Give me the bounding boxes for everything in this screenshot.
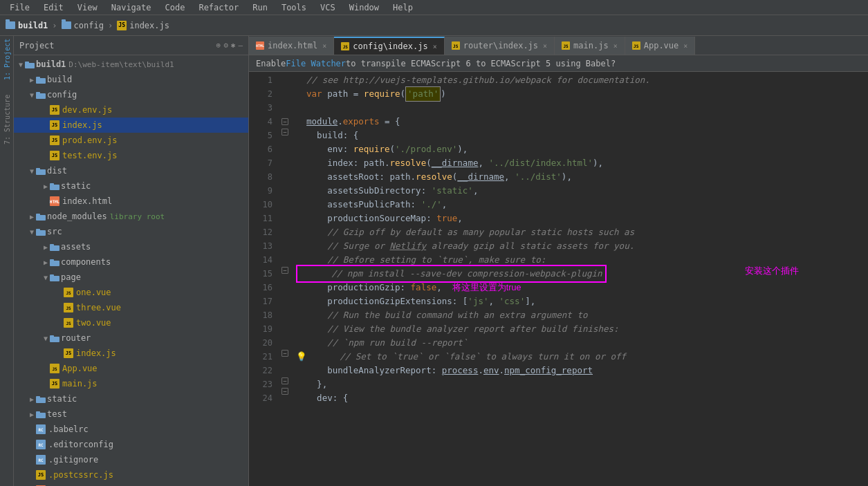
tree-item-two-vue[interactable]: JS two.vue: [14, 315, 248, 330]
tree-item-node-modules[interactable]: ▶ node_modules library root: [14, 209, 248, 224]
menu-tools[interactable]: Tools: [276, 1, 312, 14]
code-area[interactable]: // see http://vuejs-templates.github.io/…: [290, 72, 868, 486]
process-ref: process: [442, 364, 479, 377]
svg-rect-14: [50, 245, 59, 251]
tree-item-dist[interactable]: ▼ dist: [14, 163, 248, 178]
tree-item-postcssrc[interactable]: JS .postcssrc.js: [14, 467, 248, 483]
toolbar-config-label: config: [74, 21, 104, 30]
ln-19: 19: [252, 322, 277, 336]
structure-strip-label[interactable]: 7: Structure: [1, 95, 12, 144]
tree-item-static-dist[interactable]: ▶ static: [14, 178, 248, 194]
tree-item-index-js[interactable]: JS index.js: [14, 118, 248, 133]
tree-item-app-vue[interactable]: JS App.vue: [14, 361, 248, 376]
menu-view[interactable]: View: [72, 1, 103, 14]
fold-marker-15[interactable]: −: [281, 267, 288, 274]
menu-run[interactable]: Run: [247, 1, 273, 14]
svg-rect-12: [36, 230, 46, 236]
project-icon-cog[interactable]: ✱: [231, 41, 236, 50]
project-icon-sync[interactable]: ⊕: [216, 41, 221, 50]
fold-marker-24[interactable]: −: [281, 388, 288, 395]
project-strip-label[interactable]: 1: Project: [1, 39, 12, 80]
tab-router-index-js[interactable]: JS router\index.js ×: [445, 37, 555, 55]
code-line-11: productionSourceMap: true,: [290, 212, 868, 225]
toolbar-separator2: ›: [108, 21, 113, 30]
plain-2b: (: [400, 87, 406, 101]
tab-close-main-js[interactable]: ×: [613, 42, 618, 50]
fold-gutter: − − − − − −: [279, 72, 290, 486]
tree-item-build1[interactable]: ▼ build1 D:\web-item\text\build1: [14, 57, 248, 72]
tree-item-dev-env[interactable]: JS dev.env.js: [14, 102, 248, 118]
code-line-13: // Surge or Netlify already gzip all sta…: [290, 239, 868, 253]
tree-label-router-index: index.js: [76, 348, 116, 358]
key-assetsroot: assetsRoot: [327, 170, 379, 184]
tree-item-page[interactable]: ▼ page: [14, 270, 248, 285]
tab-app-vue[interactable]: JS App.vue ×: [625, 37, 696, 55]
menu-edit[interactable]: Edit: [38, 1, 69, 14]
tree-item-static[interactable]: ▶ static: [14, 391, 248, 406]
folder-icon-config: [36, 91, 46, 99]
tree-item-index-html[interactable]: HTML index.html: [14, 483, 248, 486]
menu-help[interactable]: Help: [387, 1, 418, 14]
fold-marker-4[interactable]: −: [281, 118, 288, 125]
menu-file[interactable]: File: [4, 1, 35, 14]
tree-item-main-js[interactable]: JS main.js: [14, 376, 248, 391]
tab-label-main-js: main.js: [573, 41, 609, 50]
fold-marker-5[interactable]: −: [281, 129, 288, 135]
fold-marker-10: [279, 194, 290, 208]
code-content-6: [296, 142, 327, 156]
tab-close-config-index-js[interactable]: ×: [433, 43, 437, 50]
notification-link[interactable]: File Watcher: [286, 59, 346, 68]
project-icon-minimize[interactable]: —: [238, 41, 243, 50]
project-icon-settings[interactable]: ⚙: [223, 41, 228, 50]
tree-arrow-config: ▼: [28, 91, 36, 99]
tree-item-assets[interactable]: ▶ assets: [14, 239, 248, 254]
menu-navigate[interactable]: Navigate: [106, 1, 157, 14]
js-file-icon: JS: [117, 21, 127, 30]
tab-main-js[interactable]: JS main.js ×: [555, 37, 625, 55]
tree-item-test[interactable]: ▶ test: [14, 406, 248, 422]
tree-item-prod-env[interactable]: JS prod.env.js: [14, 133, 248, 148]
tree-item-src[interactable]: ▼ src: [14, 224, 248, 239]
tree-arrow-static-dist: ▶: [41, 182, 50, 190]
tree-item-router[interactable]: ▼ router: [14, 330, 248, 346]
tree-item-router-index[interactable]: JS index.js: [14, 346, 248, 361]
tree-item-one-vue[interactable]: JS one.vue: [14, 285, 248, 300]
fold-marker-23[interactable]: −: [281, 377, 288, 384]
ln-12: 12: [252, 225, 277, 239]
menu-window[interactable]: Window: [344, 1, 385, 14]
tree-item-gitignore[interactable]: RC .gitignore: [14, 452, 248, 467]
library-root-badge: library root: [110, 212, 165, 221]
code-line-19: // View the bundle analyzer report after…: [290, 322, 868, 336]
svg-rect-10: [36, 215, 46, 221]
plain-11a: :: [426, 212, 436, 225]
file-icon-two-vue: JS: [64, 318, 73, 328]
tab-close-index-html[interactable]: ×: [322, 42, 326, 50]
tree-item-config[interactable]: ▼ config: [14, 87, 248, 102]
editor-content: 1 2 3 4 5 6 7 8 9 10 11 12 13 14 15 16 1…: [249, 72, 868, 486]
tab-close-router-index-js[interactable]: ×: [543, 42, 547, 50]
tree-item-build[interactable]: ▶ build: [14, 72, 248, 87]
menu-refactor[interactable]: Refactor: [193, 1, 244, 14]
tree-item-editorconfig[interactable]: RC .editorconfig: [14, 437, 248, 452]
tab-index-html[interactable]: HTML index.html ×: [249, 37, 334, 55]
str-prod: './prod.env': [395, 142, 457, 156]
file-icon-app-vue: JS: [50, 364, 59, 373]
code-content-13: // Surge or: [296, 239, 389, 253]
code-content-20: // `npm run build --report`: [296, 336, 468, 350]
fold-marker-12: [279, 222, 290, 236]
dirname-2: __dirname: [457, 170, 504, 184]
tree-item-test-env[interactable]: JS test.env.js: [14, 148, 248, 163]
code-content-11: [296, 212, 327, 225]
tree-item-three-vue[interactable]: JS three.vue: [14, 300, 248, 315]
tree-item-components[interactable]: ▶ components: [14, 254, 248, 270]
fold-marker-18: [279, 305, 290, 319]
tree-item-index-html-dist[interactable]: HTML index.html: [14, 194, 248, 209]
fold-marker-21[interactable]: −: [281, 350, 288, 357]
menu-code[interactable]: Code: [160, 1, 191, 14]
tree-item-babelrc[interactable]: RC .babelrc: [14, 422, 248, 437]
tab-config-index-js[interactable]: JS config\index.js ×: [334, 37, 444, 55]
svg-rect-1: [25, 62, 29, 64]
tab-close-app-vue[interactable]: ×: [683, 42, 687, 50]
menu-vcs[interactable]: VCS: [315, 1, 341, 14]
toolbar-config: config: [62, 21, 104, 30]
